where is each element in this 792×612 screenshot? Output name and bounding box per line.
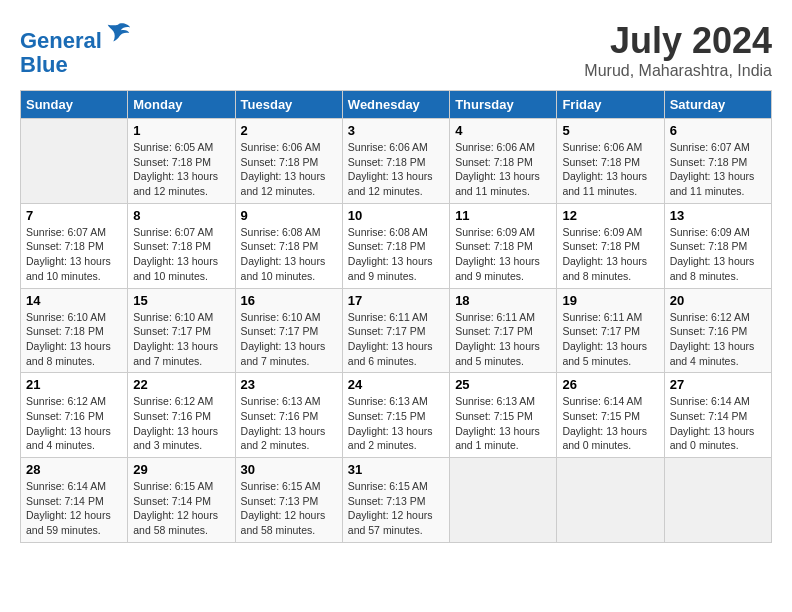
calendar-header-row: SundayMondayTuesdayWednesdayThursdayFrid… (21, 91, 772, 119)
calendar-cell: 3Sunrise: 6:06 AM Sunset: 7:18 PM Daylig… (342, 119, 449, 204)
day-info: Sunrise: 6:10 AM Sunset: 7:17 PM Dayligh… (133, 310, 229, 369)
day-info: Sunrise: 6:06 AM Sunset: 7:18 PM Dayligh… (562, 140, 658, 199)
day-number: 23 (241, 377, 337, 392)
day-number: 2 (241, 123, 337, 138)
day-info: Sunrise: 6:07 AM Sunset: 7:18 PM Dayligh… (133, 225, 229, 284)
day-info: Sunrise: 6:15 AM Sunset: 7:13 PM Dayligh… (348, 479, 444, 538)
day-number: 24 (348, 377, 444, 392)
month-title: July 2024 (584, 20, 772, 62)
day-info: Sunrise: 6:14 AM Sunset: 7:14 PM Dayligh… (26, 479, 122, 538)
calendar-week-row: 1Sunrise: 6:05 AM Sunset: 7:18 PM Daylig… (21, 119, 772, 204)
calendar-cell: 4Sunrise: 6:06 AM Sunset: 7:18 PM Daylig… (450, 119, 557, 204)
day-info: Sunrise: 6:15 AM Sunset: 7:14 PM Dayligh… (133, 479, 229, 538)
day-number: 25 (455, 377, 551, 392)
day-info: Sunrise: 6:09 AM Sunset: 7:18 PM Dayligh… (455, 225, 551, 284)
calendar-cell: 31Sunrise: 6:15 AM Sunset: 7:13 PM Dayli… (342, 458, 449, 543)
day-info: Sunrise: 6:13 AM Sunset: 7:15 PM Dayligh… (348, 394, 444, 453)
day-info: Sunrise: 6:09 AM Sunset: 7:18 PM Dayligh… (670, 225, 766, 284)
day-number: 21 (26, 377, 122, 392)
page-header: General Blue July 2024 Murud, Maharashtr… (20, 20, 772, 80)
day-info: Sunrise: 6:06 AM Sunset: 7:18 PM Dayligh… (241, 140, 337, 199)
day-info: Sunrise: 6:09 AM Sunset: 7:18 PM Dayligh… (562, 225, 658, 284)
day-info: Sunrise: 6:15 AM Sunset: 7:13 PM Dayligh… (241, 479, 337, 538)
day-number: 4 (455, 123, 551, 138)
day-number: 30 (241, 462, 337, 477)
calendar-cell: 21Sunrise: 6:12 AM Sunset: 7:16 PM Dayli… (21, 373, 128, 458)
day-info: Sunrise: 6:10 AM Sunset: 7:17 PM Dayligh… (241, 310, 337, 369)
calendar-cell: 11Sunrise: 6:09 AM Sunset: 7:18 PM Dayli… (450, 203, 557, 288)
day-number: 16 (241, 293, 337, 308)
day-info: Sunrise: 6:11 AM Sunset: 7:17 PM Dayligh… (348, 310, 444, 369)
day-number: 28 (26, 462, 122, 477)
day-info: Sunrise: 6:13 AM Sunset: 7:16 PM Dayligh… (241, 394, 337, 453)
logo: General Blue (20, 20, 132, 77)
calendar-cell: 5Sunrise: 6:06 AM Sunset: 7:18 PM Daylig… (557, 119, 664, 204)
calendar-cell: 14Sunrise: 6:10 AM Sunset: 7:18 PM Dayli… (21, 288, 128, 373)
calendar-week-row: 21Sunrise: 6:12 AM Sunset: 7:16 PM Dayli… (21, 373, 772, 458)
calendar-week-row: 7Sunrise: 6:07 AM Sunset: 7:18 PM Daylig… (21, 203, 772, 288)
day-info: Sunrise: 6:06 AM Sunset: 7:18 PM Dayligh… (348, 140, 444, 199)
calendar-cell: 30Sunrise: 6:15 AM Sunset: 7:13 PM Dayli… (235, 458, 342, 543)
calendar-cell: 28Sunrise: 6:14 AM Sunset: 7:14 PM Dayli… (21, 458, 128, 543)
day-number: 6 (670, 123, 766, 138)
column-header-monday: Monday (128, 91, 235, 119)
calendar-cell: 17Sunrise: 6:11 AM Sunset: 7:17 PM Dayli… (342, 288, 449, 373)
day-number: 22 (133, 377, 229, 392)
calendar-cell: 12Sunrise: 6:09 AM Sunset: 7:18 PM Dayli… (557, 203, 664, 288)
day-info: Sunrise: 6:13 AM Sunset: 7:15 PM Dayligh… (455, 394, 551, 453)
column-header-saturday: Saturday (664, 91, 771, 119)
calendar-cell: 22Sunrise: 6:12 AM Sunset: 7:16 PM Dayli… (128, 373, 235, 458)
calendar-week-row: 28Sunrise: 6:14 AM Sunset: 7:14 PM Dayli… (21, 458, 772, 543)
day-number: 10 (348, 208, 444, 223)
day-number: 19 (562, 293, 658, 308)
column-header-thursday: Thursday (450, 91, 557, 119)
column-header-sunday: Sunday (21, 91, 128, 119)
day-number: 26 (562, 377, 658, 392)
title-block: July 2024 Murud, Maharashtra, India (584, 20, 772, 80)
day-number: 15 (133, 293, 229, 308)
column-header-wednesday: Wednesday (342, 91, 449, 119)
day-number: 31 (348, 462, 444, 477)
day-number: 11 (455, 208, 551, 223)
calendar-cell: 24Sunrise: 6:13 AM Sunset: 7:15 PM Dayli… (342, 373, 449, 458)
calendar-table: SundayMondayTuesdayWednesdayThursdayFrid… (20, 90, 772, 543)
column-header-friday: Friday (557, 91, 664, 119)
calendar-cell: 8Sunrise: 6:07 AM Sunset: 7:18 PM Daylig… (128, 203, 235, 288)
day-info: Sunrise: 6:07 AM Sunset: 7:18 PM Dayligh… (670, 140, 766, 199)
day-number: 12 (562, 208, 658, 223)
calendar-cell: 29Sunrise: 6:15 AM Sunset: 7:14 PM Dayli… (128, 458, 235, 543)
day-info: Sunrise: 6:14 AM Sunset: 7:15 PM Dayligh… (562, 394, 658, 453)
calendar-cell: 15Sunrise: 6:10 AM Sunset: 7:17 PM Dayli… (128, 288, 235, 373)
day-info: Sunrise: 6:07 AM Sunset: 7:18 PM Dayligh… (26, 225, 122, 284)
calendar-cell (21, 119, 128, 204)
calendar-cell: 18Sunrise: 6:11 AM Sunset: 7:17 PM Dayli… (450, 288, 557, 373)
day-number: 9 (241, 208, 337, 223)
day-number: 18 (455, 293, 551, 308)
logo-text: General Blue (20, 20, 132, 77)
day-number: 20 (670, 293, 766, 308)
day-info: Sunrise: 6:11 AM Sunset: 7:17 PM Dayligh… (455, 310, 551, 369)
calendar-cell (450, 458, 557, 543)
day-info: Sunrise: 6:08 AM Sunset: 7:18 PM Dayligh… (348, 225, 444, 284)
calendar-cell: 7Sunrise: 6:07 AM Sunset: 7:18 PM Daylig… (21, 203, 128, 288)
calendar-cell (557, 458, 664, 543)
calendar-cell: 19Sunrise: 6:11 AM Sunset: 7:17 PM Dayli… (557, 288, 664, 373)
day-info: Sunrise: 6:06 AM Sunset: 7:18 PM Dayligh… (455, 140, 551, 199)
day-info: Sunrise: 6:12 AM Sunset: 7:16 PM Dayligh… (26, 394, 122, 453)
day-info: Sunrise: 6:08 AM Sunset: 7:18 PM Dayligh… (241, 225, 337, 284)
day-info: Sunrise: 6:12 AM Sunset: 7:16 PM Dayligh… (133, 394, 229, 453)
day-info: Sunrise: 6:14 AM Sunset: 7:14 PM Dayligh… (670, 394, 766, 453)
day-info: Sunrise: 6:05 AM Sunset: 7:18 PM Dayligh… (133, 140, 229, 199)
day-number: 3 (348, 123, 444, 138)
day-number: 13 (670, 208, 766, 223)
day-number: 5 (562, 123, 658, 138)
calendar-cell: 6Sunrise: 6:07 AM Sunset: 7:18 PM Daylig… (664, 119, 771, 204)
day-number: 8 (133, 208, 229, 223)
calendar-week-row: 14Sunrise: 6:10 AM Sunset: 7:18 PM Dayli… (21, 288, 772, 373)
day-info: Sunrise: 6:10 AM Sunset: 7:18 PM Dayligh… (26, 310, 122, 369)
day-number: 27 (670, 377, 766, 392)
day-number: 29 (133, 462, 229, 477)
calendar-cell: 16Sunrise: 6:10 AM Sunset: 7:17 PM Dayli… (235, 288, 342, 373)
day-number: 1 (133, 123, 229, 138)
day-info: Sunrise: 6:11 AM Sunset: 7:17 PM Dayligh… (562, 310, 658, 369)
